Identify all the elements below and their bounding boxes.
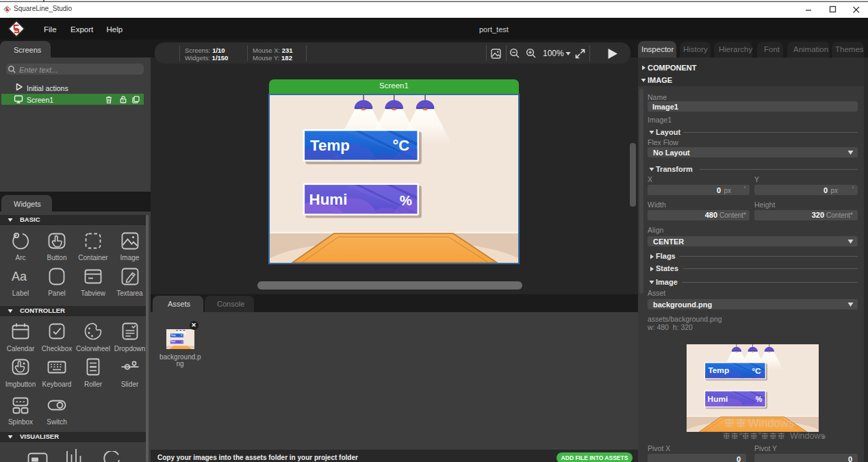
svg-text:Windows: Windows bbox=[790, 431, 825, 441]
svg-text:Windows: Windows bbox=[748, 417, 794, 429]
svg-text:”: ” bbox=[758, 431, 761, 441]
svg-text:Aa: Aa bbox=[12, 270, 27, 283]
svg-text:“: “ bbox=[739, 431, 742, 441]
